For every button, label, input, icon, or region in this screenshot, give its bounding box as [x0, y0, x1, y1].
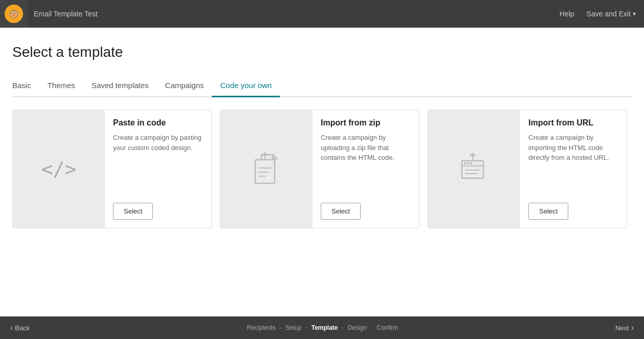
step-arrow-3: › — [342, 325, 343, 331]
nav-title: Email Template Test — [34, 10, 560, 18]
tab-saved-templates[interactable]: Saved templates — [83, 77, 157, 97]
svg-rect-8 — [464, 162, 466, 164]
step-arrow-2: › — [305, 325, 307, 331]
step-arrow-4: › — [371, 325, 372, 331]
tab-code-your-own[interactable]: Code your own — [212, 77, 280, 97]
card-paste-in-code-title: Paste in code — [113, 118, 203, 128]
step-design: Design — [348, 324, 367, 331]
step-recipients: Recipients — [247, 324, 276, 331]
nav-right: Help Save and Exit — [560, 10, 636, 18]
card-import-from-zip-body: Import from zip Create a campaign by upl… — [313, 110, 419, 228]
next-button[interactable]: Next — [615, 323, 634, 332]
mailchimp-logo: 🐵 — [5, 5, 23, 23]
save-exit-button[interactable]: Save and Exit — [587, 10, 636, 18]
top-navigation: 🐵 Email Template Test Help Save and Exit — [0, 0, 644, 28]
card-import-from-zip: Import from zip Create a campaign by upl… — [220, 110, 419, 228]
logo-area: 🐵 — [0, 0, 28, 28]
card-import-from-url-title: Import from URL — [528, 118, 618, 128]
code-icon: </> — [41, 158, 77, 180]
bottom-navigation: Back Recipients › Setup › Template › Des… — [0, 316, 644, 339]
card-paste-in-code-image: </> — [13, 110, 105, 228]
page-title: Select a template — [12, 44, 632, 60]
card-import-from-url-image — [428, 110, 520, 228]
step-setup: Setup — [285, 324, 301, 331]
card-import-from-zip-image — [220, 110, 313, 228]
card-import-from-zip-select[interactable]: Select — [321, 203, 361, 220]
step-confirm: Confirm — [377, 324, 398, 331]
import-url-icon — [458, 150, 491, 188]
step-template: Template — [312, 324, 338, 331]
card-paste-in-code-desc: Create a campaign by pasting your custom… — [113, 133, 203, 153]
card-paste-in-code-body: Paste in code Create a campaign by pasti… — [105, 110, 211, 228]
svg-rect-9 — [467, 162, 469, 164]
card-paste-in-code: </> Paste in code Create a campaign by p… — [12, 110, 212, 228]
back-button[interactable]: Back — [10, 323, 30, 332]
step-arrow-1: › — [280, 325, 281, 331]
card-import-from-url-body: Import from URL Create a campaign by imp… — [520, 110, 627, 228]
card-import-from-url: Import from URL Create a campaign by imp… — [428, 110, 627, 228]
svg-rect-10 — [470, 162, 472, 164]
card-import-from-zip-title: Import from zip — [321, 118, 411, 128]
card-import-from-zip-desc: Create a campaign by uploading a zip fil… — [321, 133, 411, 163]
tab-themes[interactable]: Themes — [39, 77, 83, 97]
template-cards: </> Paste in code Create a campaign by p… — [12, 110, 632, 228]
template-tabs: Basic Themes Saved templates Campaigns C… — [12, 77, 632, 97]
card-import-from-url-desc: Create a campaign by importing the HTML … — [528, 133, 618, 163]
tab-basic[interactable]: Basic — [12, 77, 39, 97]
card-import-from-url-select[interactable]: Select — [528, 203, 568, 220]
main-content: Select a template Basic Themes Saved tem… — [0, 28, 644, 316]
help-link[interactable]: Help — [560, 10, 574, 18]
progress-steps: Recipients › Setup › Template › Design ›… — [247, 324, 398, 331]
tab-campaigns[interactable]: Campaigns — [157, 77, 212, 97]
card-paste-in-code-select[interactable]: Select — [113, 203, 153, 220]
upload-zip-icon — [250, 150, 283, 188]
